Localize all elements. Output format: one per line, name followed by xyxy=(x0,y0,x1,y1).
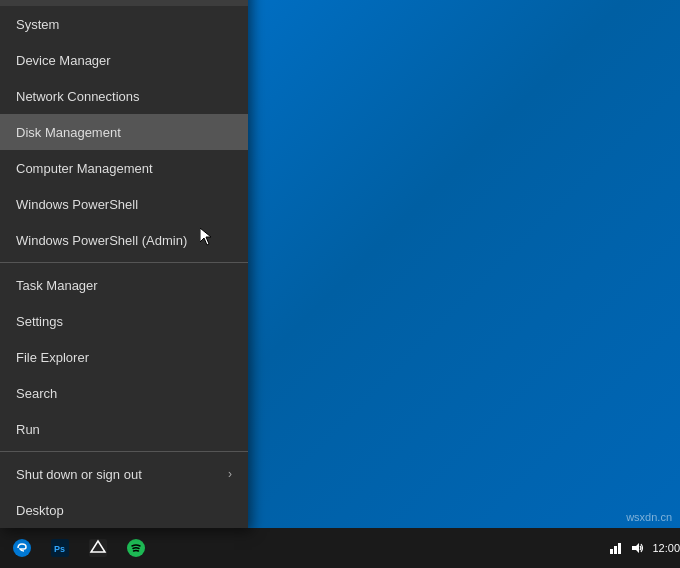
taskbar-spotify-icon[interactable] xyxy=(118,530,154,566)
menu-item-settings[interactable]: Settings xyxy=(0,303,248,339)
menu-item-device-manager[interactable]: Device Manager xyxy=(0,42,248,78)
svg-rect-7 xyxy=(610,549,613,554)
taskbar: Ps xyxy=(0,528,680,568)
menu-item-file-explorer[interactable]: File Explorer xyxy=(0,339,248,375)
svg-text:Ps: Ps xyxy=(54,544,65,554)
menu-item-run[interactable]: Run xyxy=(0,411,248,447)
menu-item-computer-management[interactable]: Computer Management xyxy=(0,150,248,186)
menu-item-task-manager[interactable]: Task Manager xyxy=(0,267,248,303)
watermark: wsxdn.cn xyxy=(626,511,672,523)
context-menu: Apps and Features Mobility Centre Power … xyxy=(0,0,248,528)
taskbar-unity-icon[interactable] xyxy=(80,530,116,566)
tray-time: 12:00 xyxy=(652,542,680,554)
desktop: Apps and Features Mobility Centre Power … xyxy=(0,0,680,568)
submenu-arrow-icon: › xyxy=(228,467,232,481)
menu-item-system[interactable]: System xyxy=(0,6,248,42)
menu-item-desktop[interactable]: Desktop xyxy=(0,492,248,528)
divider-1 xyxy=(0,262,248,263)
svg-marker-10 xyxy=(632,543,639,553)
system-tray: 12:00 xyxy=(608,540,680,556)
tray-volume-icon[interactable] xyxy=(630,540,646,556)
menu-item-windows-powershell-admin[interactable]: Windows PowerShell (Admin) xyxy=(0,222,248,258)
menu-item-windows-powershell[interactable]: Windows PowerShell xyxy=(0,186,248,222)
taskbar-photoshop-icon[interactable]: Ps xyxy=(42,530,78,566)
tray-network-icon[interactable] xyxy=(608,540,624,556)
menu-item-disk-management[interactable]: Disk Management xyxy=(0,114,248,150)
menu-item-search[interactable]: Search xyxy=(0,375,248,411)
menu-item-shut-down[interactable]: Shut down or sign out › xyxy=(0,456,248,492)
svg-rect-8 xyxy=(614,546,617,554)
menu-item-network-connections[interactable]: Network Connections xyxy=(0,78,248,114)
svg-point-1 xyxy=(13,539,31,557)
taskbar-left: Ps xyxy=(0,530,154,566)
taskbar-edge-icon[interactable] xyxy=(4,530,40,566)
divider-2 xyxy=(0,451,248,452)
svg-rect-9 xyxy=(618,543,621,554)
